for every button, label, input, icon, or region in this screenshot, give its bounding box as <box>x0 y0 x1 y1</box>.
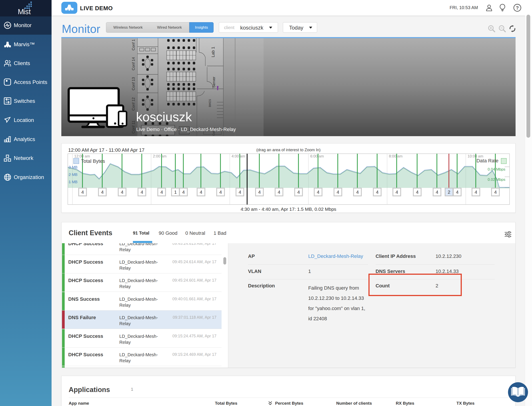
svg-text:8:00 am: 8:00 am <box>389 154 402 158</box>
svg-text:6:00 am: 6:00 am <box>310 154 324 158</box>
svg-text:Server: Server <box>212 77 216 88</box>
svg-text:Conf 13: Conf 13 <box>131 77 136 90</box>
svg-text:4:00 am: 4:00 am <box>232 154 245 158</box>
svg-text:2:00 am: 2:00 am <box>153 154 166 158</box>
svg-text:?: ? <box>516 5 519 11</box>
svg-text:Conf 12: Conf 12 <box>131 97 136 111</box>
svg-text:Conf 14: Conf 14 <box>131 57 136 70</box>
svg-text:Lab 1: Lab 1 <box>211 47 215 57</box>
svg-text:Conf 1: Conf 1 <box>131 39 136 51</box>
svg-text:BIKES: BIKES <box>208 99 212 107</box>
svg-text:Conf 11: Conf 11 <box>131 121 136 133</box>
svg-text:Mist: Mist <box>18 7 31 15</box>
